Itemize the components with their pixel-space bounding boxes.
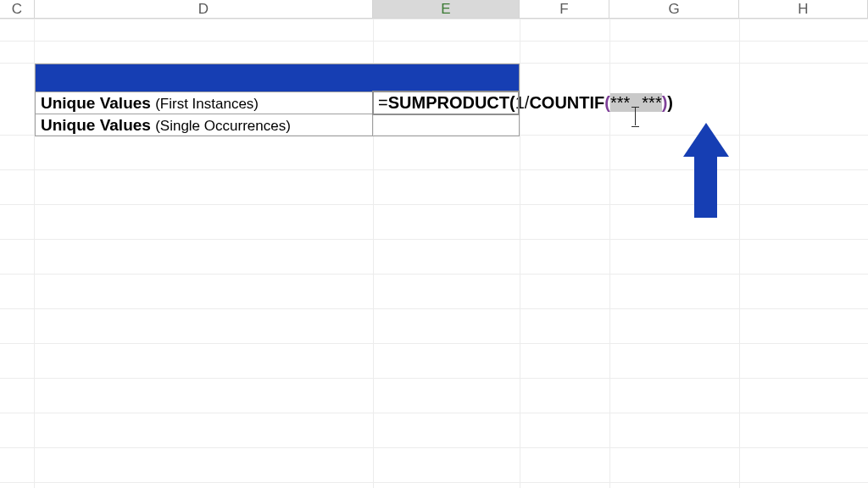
cell-D-first-instances[interactable]: Unique Values (First Instances): [35, 92, 373, 114]
gridline-h: [0, 308, 868, 309]
col-header-D[interactable]: D: [35, 0, 373, 19]
table-header-bar: [35, 64, 520, 92]
spreadsheet-grid[interactable]: C D E F G H Unique Values (First Instanc…: [0, 0, 868, 488]
gridline-h: [0, 274, 868, 274]
formula-text: =SUMPRODUCT(1/COUNTIF(******)): [378, 93, 673, 113]
formula-edit[interactable]: =SUMPRODUCT(1/COUNTIF(******)): [375, 92, 673, 114]
gridline-v: [609, 19, 610, 488]
gridline-h: [0, 447, 868, 448]
arrow-up-icon: [682, 123, 729, 218]
gridline-h: [0, 204, 868, 205]
label-main: Unique Values: [41, 116, 155, 134]
gridline-h: [0, 19, 868, 19]
col-header-C[interactable]: C: [0, 0, 35, 19]
cell-E-single-occurrences[interactable]: [372, 114, 520, 136]
col-header-G[interactable]: G: [609, 0, 739, 19]
gridline-v: [520, 19, 520, 488]
label-sub: (First Instances): [155, 96, 259, 112]
gridline-h: [0, 482, 868, 483]
label-main: Unique Values: [41, 94, 155, 112]
col-header-H[interactable]: H: [739, 0, 868, 19]
col-header-E[interactable]: E: [373, 0, 520, 19]
gridline-h: [0, 378, 868, 379]
cell-D-single-occurrences[interactable]: Unique Values (Single Occurrences): [35, 114, 373, 136]
gridline-h: [0, 41, 868, 42]
gridline-h: [0, 169, 868, 170]
gridline-h: [0, 413, 868, 413]
col-header-F[interactable]: F: [520, 0, 609, 19]
label-sub: (Single Occurrences): [155, 118, 291, 134]
gridline-v: [739, 19, 740, 488]
gridline-h: [0, 343, 868, 344]
gridline-h: [0, 239, 868, 240]
formula-arg1: ******: [610, 93, 662, 112]
